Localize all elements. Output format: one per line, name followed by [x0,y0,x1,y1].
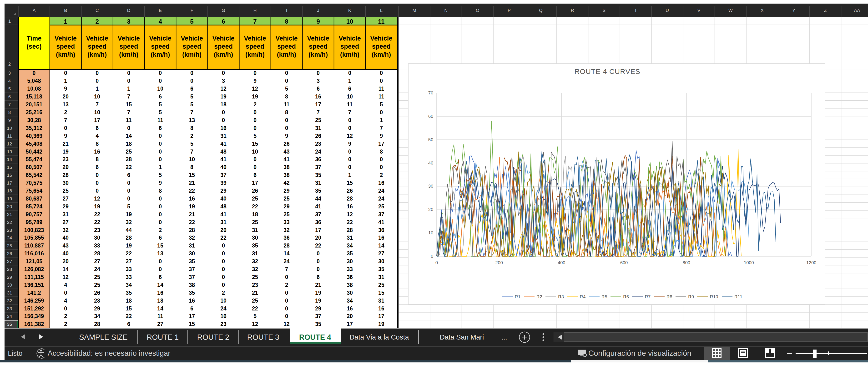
svg-text:44: 44 [315,196,321,202]
svg-text:0: 0 [222,117,225,123]
svg-text:23: 23 [252,282,258,288]
svg-text:28: 28 [94,298,100,304]
svg-text:6: 6 [222,18,225,25]
svg-text:R8: R8 [666,294,672,299]
svg-text:36: 36 [347,274,353,280]
svg-text:24: 24 [378,188,384,194]
svg-text:30: 30 [189,250,195,257]
svg-text:N: N [444,8,447,13]
svg-text:37: 37 [378,211,384,218]
svg-text:4: 4 [64,298,67,304]
svg-text:40: 40 [428,161,433,166]
svg-text:22: 22 [347,219,353,225]
svg-text:40: 40 [63,250,69,257]
svg-text:16: 16 [189,196,195,202]
svg-text:0: 0 [285,125,288,131]
svg-text:0: 0 [95,180,99,186]
svg-text:24: 24 [220,305,226,312]
svg-text:25: 25 [378,203,384,209]
svg-text:0: 0 [95,78,99,84]
svg-text:31: 31 [347,235,353,241]
svg-text:7: 7 [64,117,67,123]
svg-text:29: 29 [283,203,290,209]
svg-text:15: 15 [189,172,195,178]
svg-text:2: 2 [190,133,193,139]
svg-text:136,151: 136,151 [24,282,44,288]
svg-text:105,855: 105,855 [24,235,44,241]
svg-text:(km/h): (km/h) [340,51,360,58]
svg-text:33: 33 [7,306,12,311]
svg-text:Vehicle: Vehicle [370,35,392,42]
svg-text:35: 35 [347,250,353,257]
svg-text:10: 10 [428,230,433,235]
svg-text:19: 19 [315,298,321,304]
svg-text:28: 28 [126,235,132,241]
svg-text:U: U [666,8,669,13]
svg-text:33: 33 [347,266,353,272]
svg-text:0: 0 [222,274,225,280]
svg-text:12: 12 [252,321,258,327]
svg-text:Vehicle: Vehicle [276,35,298,42]
svg-text:0: 0 [159,78,162,84]
svg-text:0: 0 [159,156,162,162]
svg-text:17: 17 [378,313,384,319]
svg-text:38: 38 [283,164,290,170]
svg-text:16: 16 [157,290,163,296]
svg-text:26: 26 [94,290,100,296]
svg-text:5: 5 [253,133,256,139]
svg-text:(km/h): (km/h) [277,51,296,58]
svg-text:31: 31 [315,125,321,131]
svg-text:I: I [286,8,287,13]
svg-text:60: 60 [428,114,433,119]
svg-text:32: 32 [7,298,12,303]
svg-text:13: 13 [189,117,195,123]
svg-text:P: P [507,8,511,13]
svg-text:41: 41 [378,219,384,225]
svg-text:11: 11 [378,86,384,92]
svg-text:1200: 1200 [806,260,816,265]
svg-text:0: 0 [64,290,67,296]
svg-text:30: 30 [347,290,353,296]
svg-text:speed: speed [277,43,296,50]
svg-text:9: 9 [380,133,383,139]
svg-text:Vehicle: Vehicle [339,35,361,42]
svg-text:24: 24 [283,258,290,264]
svg-text:19: 19 [220,93,226,100]
svg-text:(km/h): (km/h) [308,51,328,58]
svg-text:0: 0 [190,78,193,84]
svg-text:41: 41 [283,156,290,162]
svg-text:22: 22 [94,219,100,225]
svg-text:0: 0 [222,243,225,249]
svg-text:35: 35 [315,188,321,194]
svg-text:12: 12 [252,86,258,92]
svg-text:AA: AA [854,8,860,13]
svg-text:0: 0 [380,109,383,115]
svg-text:37: 37 [315,164,321,170]
svg-text:27: 27 [7,259,12,264]
svg-text:19: 19 [126,243,132,249]
svg-text:16: 16 [347,203,353,209]
svg-text:7: 7 [316,109,320,115]
svg-text:26: 26 [315,133,321,139]
svg-text:11: 11 [378,18,385,25]
svg-text:speed: speed [151,43,169,50]
svg-text:25: 25 [283,211,290,218]
svg-text:600: 600 [620,260,628,265]
svg-text:1000: 1000 [744,260,754,265]
svg-text:0: 0 [285,313,288,319]
svg-text:15: 15 [347,180,353,186]
svg-text:80,687: 80,687 [26,196,42,202]
svg-text:0: 0 [285,70,288,76]
svg-text:20: 20 [63,93,69,100]
svg-text:15: 15 [252,141,258,147]
svg-text:Vehicle: Vehicle [149,35,171,42]
svg-text:9: 9 [253,78,256,84]
svg-text:12: 12 [63,274,69,280]
svg-text:25: 25 [252,298,258,304]
svg-text:28: 28 [283,243,290,249]
svg-text:37: 37 [315,211,321,218]
svg-text:0: 0 [222,109,225,115]
svg-text:0: 0 [285,290,288,296]
svg-text:18: 18 [252,211,258,218]
svg-text:0: 0 [253,109,256,115]
